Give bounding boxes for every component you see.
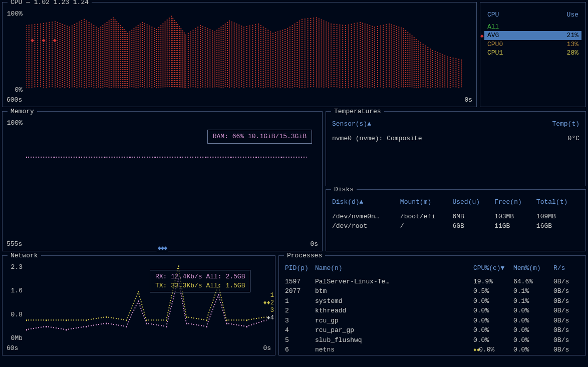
network-y-axis: 2.3 1.6 0.8 0Mb [7,263,23,343]
proc-col-pid[interactable]: PID(p) [283,264,313,275]
memory-y-axis: 100% [7,119,23,239]
memory-panel-title: Memory [8,107,37,116]
disk-col-mount[interactable]: Mount(m) [398,198,451,209]
network-markers: 1 ♦♦2 3 ♦4 [263,292,274,322]
cpu-graph-panel[interactable]: CPU — 1.02 1.23 1.24 100% 0% ◆ ◆ ◆ 600s … [2,2,477,107]
processes-panel[interactable]: Processes PID(p) Name(n) CPU%(c)▼ Mem%(m… [278,255,586,355]
cpu-row-all[interactable]: All [484,23,581,32]
proc-col-name[interactable]: Name(n) [313,264,471,275]
proc-row[interactable]: 2kthreadd0.0%0.0%0B/s [283,306,581,316]
disk-header-row: Disk(d)▲ Mount(m) Used(u) Free(n) Total(… [330,198,581,209]
cpu-row-cpu1[interactable]: CPU1 28% [484,49,581,58]
disks-panel[interactable]: Disks Disk(d)▲ Mount(m) Used(u) Free(n) … [326,189,586,251]
proc-row[interactable]: 2077btm0.5%0.1%0B/s [283,286,581,296]
disk-col-free[interactable]: Free(n) [492,198,534,209]
disk-col-used[interactable]: Used(u) [450,198,492,209]
proc-row[interactable]: 5slub_flushwq0.0%0.0%0B/s [283,335,581,345]
resize-handle-icon[interactable]: ◆◆◆ [157,244,168,252]
disk-row[interactable]: /dev/root/6GB11GB16GB [330,221,581,231]
processes-title: Processes [284,251,325,260]
network-panel[interactable]: Network 2.3 1.6 0.8 0Mb RX: 12.4Kb/s All… [2,255,275,355]
cpu-graph-area [26,10,471,95]
memory-panel[interactable]: Memory 100% RAM: 66% 10.1GiB/15.3GiB 555… [2,111,323,251]
proc-row[interactable]: 3rcu_gp0.0%0.0%0B/s [283,316,581,326]
cpu-col-cpu[interactable]: CPU [487,11,499,20]
network-x-axis: 60s 0s [7,344,271,353]
proc-header-row: PID(p) Name(n) CPU%(c)▼ Mem%(m) R/s [283,264,581,275]
disk-col-disk[interactable]: Disk(d)▲ [330,198,398,209]
cpu-panel-title: CPU — 1.02 1.23 1.24 [8,0,92,7]
diamond-icon: ◆ [480,33,484,40]
network-title: Network [8,251,41,260]
proc-row[interactable]: 1597PalServer-Linux-Te…19.9%64.6%0B/s [283,277,581,287]
temp-row[interactable]: nvme0 (nvme): Composite 0°C [330,134,581,144]
proc-col-mem[interactable]: Mem%(m) [511,264,551,275]
network-legend: RX: 12.4Kb/s All: 2.5GB TX: 33.3Kb/s All… [150,270,250,292]
cpu-row-avg[interactable]: ◆ AVG 21% [484,31,581,40]
cpu-event-markers: ◆ ◆ ◆ [31,37,59,45]
proc-row[interactable]: 1systemd0.0%0.1%0B/s [283,296,581,306]
cpu-row-cpu0[interactable]: CPU0 13% [484,40,581,49]
temp-col-temp[interactable]: Temp(t) [518,120,581,131]
cpu-x-axis: 600s 0s [7,96,472,105]
proc-col-rs[interactable]: R/s [551,264,581,275]
memory-legend: RAM: 66% 10.1GiB/15.3GiB [207,130,312,144]
disk-row[interactable]: /dev/nvme0n…/boot/efi6MB103MB109MB [330,212,581,222]
proc-col-cpu[interactable]: CPU%(c)▼ [471,264,511,275]
cpu-col-use[interactable]: Use [567,11,578,20]
temp-col-sensor[interactable]: Sensor(s)▲ [330,120,518,131]
temperatures-title: Temperatures [331,107,384,116]
temp-header-row: Sensor(s)▲ Temp(t) [330,120,581,131]
proc-row[interactable]: 6netns♦♦0.0%0.0%0B/s [283,345,581,355]
disk-col-total[interactable]: Total(t) [534,198,581,209]
cpu-table-header: CPU Use [484,11,581,20]
cpu-y-axis: 100% 0% [7,10,23,95]
cpu-table-panel[interactable]: CPU Use All ◆ AVG 21% CPU0 13% CPU1 28% [480,2,586,107]
temperatures-panel[interactable]: Temperatures Sensor(s)▲ Temp(t) nvme0 (n… [326,111,586,186]
disks-title: Disks [331,185,357,194]
proc-row[interactable]: 4rcu_par_gp0.0%0.0%0B/s [283,325,581,335]
